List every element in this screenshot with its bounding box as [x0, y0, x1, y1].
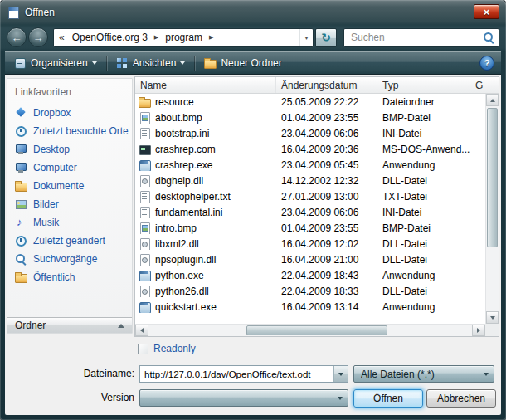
triangle-down-icon: [490, 316, 495, 320]
file-row[interactable]: python26.dll 22.04.2009 18:33 DLL-Datei: [135, 283, 485, 299]
command-toolbar: Organisieren Ansichten Neuer Ordner ?: [5, 51, 501, 75]
filename-row: Dateiname: Alle Dateien (*.*): [5, 365, 501, 383]
cancel-button[interactable]: Abbrechen: [426, 389, 496, 408]
scroll-up-button[interactable]: [486, 94, 499, 106]
file-type: INI-Datei: [377, 128, 470, 139]
file-row[interactable]: fundamental.ini 23.04.2009 06:06 INI-Dat…: [135, 204, 485, 220]
filename-dropdown-button[interactable]: [333, 366, 348, 382]
history-icon: [15, 125, 27, 137]
horizontal-scroll-track[interactable]: [148, 325, 472, 336]
sidebar-item[interactable]: Öffentlich: [7, 268, 132, 286]
column-header-modified[interactable]: Änderungsdatum: [276, 77, 377, 93]
column-header-size[interactable]: G: [470, 77, 499, 93]
sidebar-item[interactable]: Computer: [7, 159, 132, 177]
breadcrumb-separator-icon[interactable]: ▶: [153, 34, 160, 41]
file-name: npsoplugin.dll: [155, 254, 216, 266]
file-name: crashrep.com: [155, 144, 216, 155]
column-header-name[interactable]: Name: [135, 77, 276, 93]
chevron-up-icon: [118, 324, 124, 328]
file-modified-date: 23.04.2009 06:06: [276, 128, 377, 139]
dialog-client-area: Organisieren Ansichten Neuer Ordner ? Li…: [5, 51, 501, 415]
forward-button[interactable]: →: [28, 27, 48, 47]
breadcrumb-separator-icon[interactable]: ▶: [207, 34, 215, 41]
file-row[interactable]: crashrep.com 16.04.2009 20:36 MS-DOS-Anw…: [135, 141, 485, 157]
toolbar-separator: [106, 56, 107, 71]
version-combobox[interactable]: [139, 389, 348, 407]
file-row[interactable]: desktophelper.txt 27.01.2009 13:00 TXT-D…: [135, 188, 485, 204]
breadcrumb-overflow-chevron[interactable]: «: [54, 32, 67, 43]
open-dialog-window: Öffnen × ← → « OpenOffice.org 3 ▶ progra…: [0, 0, 506, 420]
file-row[interactable]: dbghelp.dll 14.12.2002 12:32 DLL-Datei: [135, 173, 485, 188]
sidebar-item[interactable]: Dropbox: [7, 104, 132, 122]
chevron-down-icon: [338, 397, 343, 400]
file-name: bootstrap.ini: [155, 128, 209, 139]
back-button[interactable]: ←: [7, 27, 27, 47]
breadcrumb-item-openoffice[interactable]: OpenOffice.org 3: [67, 32, 153, 43]
file-row[interactable]: crashrep.exe 23.04.2009 05:45 Anwendung: [135, 157, 485, 173]
file-row[interactable]: npsoplugin.dll 16.04.2009 21:00 DLL-Date…: [135, 252, 485, 267]
file-row[interactable]: quickstart.exe 16.04.2009 13:14 Anwendun…: [135, 299, 485, 315]
file-type: TXT-Datei: [377, 191, 470, 203]
scroll-left-button[interactable]: [135, 325, 148, 336]
sidebar-item[interactable]: Dokumente: [7, 177, 132, 195]
column-header-type[interactable]: Typ: [377, 77, 470, 93]
scroll-down-button[interactable]: [486, 311, 499, 324]
triangle-up-icon: [490, 99, 495, 102]
file-modified-date: 25.05.2009 22:22: [276, 96, 377, 108]
documents-icon: [15, 180, 27, 192]
sidebar-item[interactable]: Suchvorgänge: [7, 250, 132, 268]
file-row[interactable]: python.exe 22.04.2009 18:43 Anwendung: [135, 267, 485, 283]
file-modified-date: 16.04.2009 13:14: [276, 301, 377, 313]
chevron-down-icon: [338, 373, 343, 376]
scroll-right-button[interactable]: [472, 325, 485, 336]
horizontal-scroll-thumb[interactable]: [246, 325, 387, 335]
help-button[interactable]: ?: [479, 56, 494, 71]
refresh-button[interactable]: ↻: [315, 28, 337, 47]
search-input[interactable]: [349, 31, 483, 44]
breadcrumb-item-program[interactable]: program: [160, 32, 207, 43]
sidebar-item[interactable]: Musik: [7, 213, 132, 232]
vertical-scrollbar[interactable]: [485, 94, 499, 324]
file-name: python26.dll: [155, 286, 209, 297]
file-modified-date: 14.12.2002 12:32: [276, 175, 377, 187]
desktop-icon: [15, 144, 27, 155]
bmp-icon: [139, 112, 151, 124]
horizontal-scrollbar[interactable]: [135, 324, 485, 336]
dll-icon: [139, 175, 151, 187]
organize-button[interactable]: Organisieren: [8, 55, 103, 71]
new-folder-button[interactable]: Neuer Ordner: [198, 55, 291, 71]
breadcrumb: « OpenOffice.org 3 ▶ program ▶ ▼: [53, 28, 314, 47]
sidebar-item[interactable]: Zuletzt geändert: [7, 232, 132, 250]
file-browser: Name Änderungsdatum Typ G resource 25.05…: [134, 76, 499, 337]
filename-combobox: [139, 365, 348, 383]
file-list: resource 25.05.2009 22:22 Dateiordner ab…: [135, 94, 485, 324]
file-type: BMP-Datei: [377, 222, 470, 234]
filetype-combobox[interactable]: Alle Dateien (*.*): [353, 365, 494, 383]
vertical-scroll-track[interactable]: [486, 106, 499, 311]
titlebar: Öffnen ×: [0, 0, 506, 25]
file-type: MS-DOS-Anwend...: [377, 144, 470, 155]
version-label: Version: [46, 389, 134, 407]
file-row[interactable]: about.bmp 01.04.2009 23:55 BMP-Datei: [135, 110, 485, 125]
folders-expander[interactable]: Ordner: [7, 317, 132, 333]
file-row[interactable]: resource 25.05.2009 22:22 Dateiordner: [135, 94, 485, 110]
close-button[interactable]: ×: [474, 4, 499, 19]
readonly-label[interactable]: Readonly: [153, 343, 196, 354]
file-row[interactable]: bootstrap.ini 23.04.2009 06:06 INI-Datei: [135, 125, 485, 141]
sidebar-item[interactable]: Bilder: [7, 195, 132, 213]
sidebar-item[interactable]: Zuletzt besuchte Orte: [7, 122, 132, 140]
back-arrow-icon: ←: [12, 32, 22, 43]
sidebar-item[interactable]: Desktop: [7, 140, 132, 159]
file-row[interactable]: libxml2.dll 16.04.2009 12:02 DLL-Datei: [135, 236, 485, 252]
vertical-scroll-thumb[interactable]: [487, 108, 498, 247]
filename-input[interactable]: [140, 366, 333, 382]
triangle-left-icon: [140, 328, 144, 333]
music-icon: [15, 217, 27, 228]
views-button[interactable]: Ansichten: [110, 55, 192, 71]
open-button[interactable]: Öffnen: [353, 389, 423, 408]
file-type: DLL-Datei: [377, 286, 470, 297]
readonly-checkbox[interactable]: [138, 344, 148, 354]
breadcrumb-dropdown-button[interactable]: ▼: [299, 29, 313, 46]
dll-icon: [139, 254, 151, 266]
file-row[interactable]: intro.bmp 01.04.2009 23:55 BMP-Datei: [135, 220, 485, 236]
